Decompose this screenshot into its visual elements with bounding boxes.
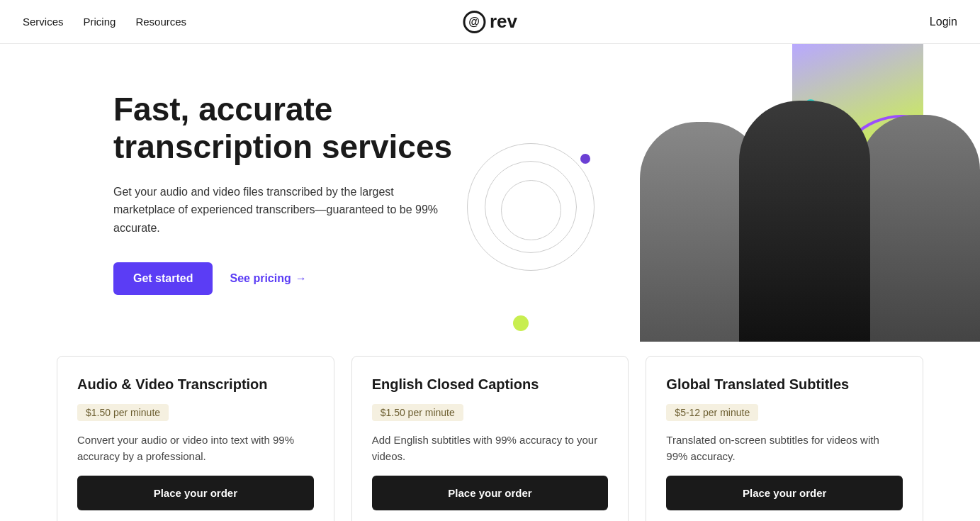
login-link[interactable]: Login [930, 16, 957, 28]
arrow-icon: → [295, 272, 307, 285]
card-3-title: Global Translated Subtitles [666, 376, 903, 393]
purple-arc-icon [831, 115, 973, 257]
card-subtitles: Global Translated Subtitles $5-12 per mi… [646, 356, 923, 521]
card-2-title: English Closed Captions [372, 376, 609, 393]
see-pricing-label: See pricing [230, 272, 291, 285]
dot-purple-1 [580, 154, 590, 164]
card-3-order-button[interactable]: Place your order [666, 476, 903, 510]
dot-green-2 [944, 186, 955, 197]
card-1-description: Convert your audio or video into text wi… [77, 432, 314, 464]
hero-visual [432, 44, 980, 342]
nav-resources[interactable]: Resources [135, 16, 186, 28]
card-3-description: Translated on-screen subtitles for video… [666, 432, 903, 464]
card-2-order-button[interactable]: Place your order [372, 476, 609, 510]
logo[interactable]: @ rev [463, 11, 517, 33]
dot-teal-1 [804, 99, 817, 112]
circle-medium [485, 161, 577, 253]
card-1-price: $1.50 per minute [77, 404, 169, 421]
nav-services[interactable]: Services [23, 16, 64, 28]
circle-small [501, 180, 561, 240]
hero-subtext: Get your audio and video files transcrib… [113, 183, 454, 237]
hero-bg-accent [792, 44, 923, 257]
person-2 [739, 101, 870, 342]
see-pricing-link[interactable]: See pricing → [230, 272, 306, 285]
logo-icon: @ [463, 11, 485, 33]
card-3-price: $5-12 per minute [666, 404, 758, 421]
nav-right: Login [930, 16, 957, 28]
person-1 [640, 122, 764, 342]
card-2-description: Add English subtitles with 99% accuracy … [372, 432, 609, 464]
card-captions: English Closed Captions $1.50 per minute… [351, 356, 629, 521]
get-started-button[interactable]: Get started [113, 262, 213, 295]
hero-people [640, 97, 980, 342]
services-cards: Audio & Video Transcription $1.50 per mi… [0, 342, 980, 521]
hero-heading: Fast, accurate transcription services [113, 91, 496, 166]
dot-green-1 [513, 315, 529, 331]
card-1-title: Audio & Video Transcription [77, 376, 314, 393]
card-1-order-button[interactable]: Place your order [77, 476, 314, 510]
hero-buttons: Get started See pricing → [113, 262, 496, 295]
navigation: Services Pricing Resources @ rev Login [0, 0, 980, 44]
nav-left: Services Pricing Resources [23, 16, 186, 28]
card-2-price: $1.50 per minute [372, 404, 463, 421]
person-3 [860, 115, 980, 342]
card-transcription: Audio & Video Transcription $1.50 per mi… [57, 356, 334, 521]
nav-pricing[interactable]: Pricing [84, 16, 116, 28]
logo-text: rev [490, 11, 517, 33]
hero-content: Fast, accurate transcription services Ge… [113, 91, 496, 296]
hero-section: Fast, accurate transcription services Ge… [0, 44, 980, 342]
